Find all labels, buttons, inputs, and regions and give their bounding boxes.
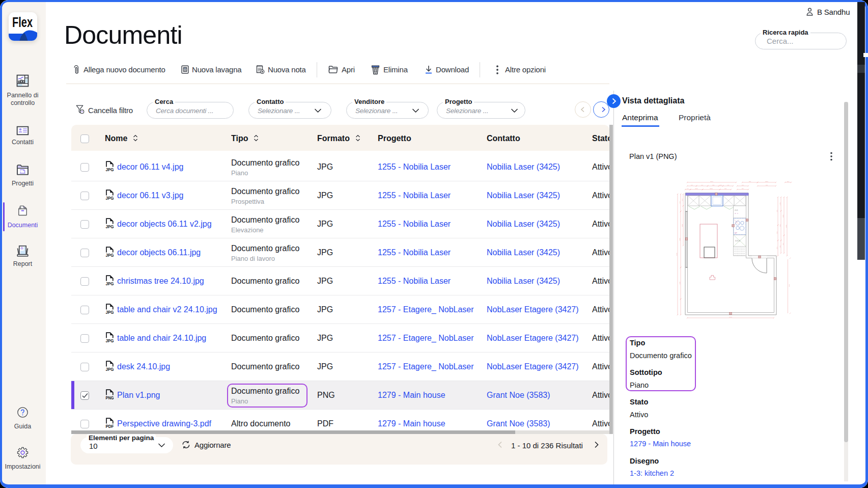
svg-text:5600: 5600 [786, 225, 787, 228]
svg-text:500: 500 [776, 231, 778, 234]
svg-text:PNG: PNG [106, 395, 114, 400]
svg-text:1250: 1250 [779, 202, 781, 205]
svg-text:170: 170 [679, 201, 681, 204]
svg-text:JPG: JPG [106, 338, 114, 343]
svg-text:JPG: JPG [106, 310, 114, 314]
svg-text:3190: 3190 [710, 181, 713, 182]
svg-text:942: 942 [727, 184, 730, 186]
svg-text:3000: 3000 [679, 237, 681, 240]
svg-text:140: 140 [782, 243, 784, 246]
svg-text:982: 982 [712, 184, 715, 186]
svg-text:45 45: 45 45 [735, 209, 738, 211]
svg-text:567: 567 [682, 199, 683, 201]
svg-text:330: 330 [749, 181, 751, 182]
svg-text:45 45 45: 45 45 45 [735, 240, 741, 242]
svg-text:660: 660 [742, 184, 744, 186]
svg-text:660: 660 [691, 184, 693, 186]
svg-text:JPG: JPG [106, 253, 114, 257]
svg-text:900: 900 [724, 188, 727, 189]
svg-text:960: 960 [701, 184, 704, 186]
svg-text:690: 690 [776, 247, 778, 249]
svg-text:6450: 6450 [676, 253, 678, 256]
svg-text:1600: 1600 [682, 224, 683, 227]
svg-text:JPG: JPG [106, 281, 114, 286]
svg-text:110: 110 [720, 184, 722, 186]
svg-text:JPG: JPG [106, 224, 114, 229]
svg-text:JPG: JPG [106, 196, 114, 200]
svg-text:700: 700 [779, 246, 781, 248]
svg-text:1100: 1100 [695, 188, 698, 189]
svg-text:6900: 6900 [729, 316, 732, 318]
svg-text:654: 654 [742, 188, 744, 189]
svg-text:1230: 1230 [710, 188, 713, 189]
svg-text:490: 490 [776, 210, 778, 212]
svg-text:JPG: JPG [106, 167, 114, 172]
svg-text:JPG: JPG [106, 367, 114, 371]
svg-text:2100: 2100 [679, 281, 681, 284]
svg-text:7400: 7400 [789, 284, 790, 287]
svg-text:90: 90 [687, 188, 689, 189]
svg-text:240: 240 [787, 181, 790, 182]
svg-text:930: 930 [766, 184, 768, 186]
svg-text:900: 900 [779, 224, 781, 227]
svg-text:1500: 1500 [765, 181, 768, 182]
svg-text:3600: 3600 [782, 214, 784, 218]
svg-text:PDF: PDF [106, 424, 114, 428]
